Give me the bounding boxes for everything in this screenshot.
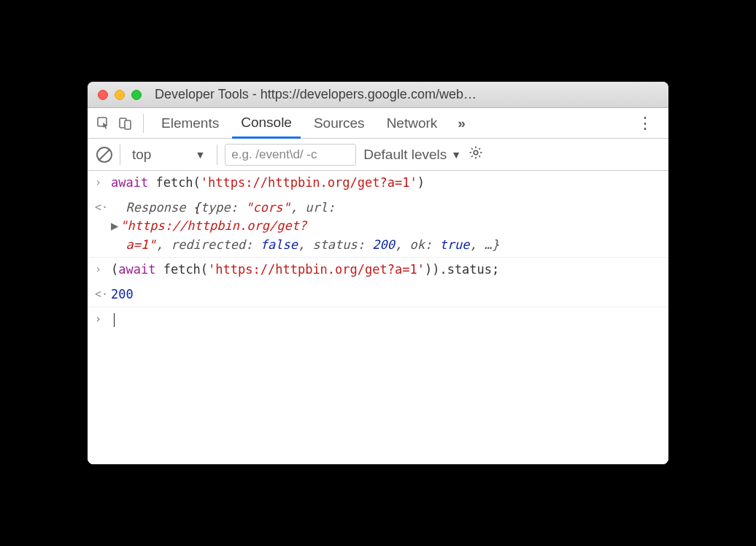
console-input[interactable]: [111, 310, 660, 329]
expand-triangle-icon[interactable]: ▶: [111, 218, 118, 233]
divider: [143, 114, 144, 133]
console-result: 200: [111, 285, 660, 304]
cursor: [114, 313, 115, 327]
svg-point-3: [474, 150, 478, 155]
filter-input[interactable]: [225, 144, 356, 166]
console-prompt-row[interactable]: ›: [88, 307, 668, 332]
chevron-down-icon: ▼: [451, 149, 461, 161]
divider: [217, 145, 217, 165]
console-command: await fetch('https://httpbin.org/get?a=1…: [111, 174, 660, 193]
settings-menu-icon[interactable]: ⋮: [630, 114, 661, 133]
tab-network[interactable]: Network: [378, 108, 447, 138]
levels-label: Default levels: [363, 147, 447, 163]
log-levels-selector[interactable]: Default levels ▼: [363, 147, 461, 163]
inspect-element-icon[interactable]: [95, 115, 112, 132]
traffic-lights: [98, 90, 142, 100]
console-command: (await fetch('https://httpbin.org/get?a=…: [111, 261, 660, 280]
close-icon[interactable]: [98, 90, 108, 100]
prompt-icon: ›: [95, 261, 111, 278]
svg-line-8: [471, 148, 473, 150]
chevron-down-icon: ▼: [195, 149, 205, 161]
gear-icon[interactable]: [468, 145, 483, 164]
svg-rect-2: [125, 120, 131, 129]
zoom-icon[interactable]: [131, 90, 142, 100]
tab-sources[interactable]: Sources: [305, 108, 374, 138]
console-input-row: › await fetch('https://httpbin.org/get?a…: [88, 171, 668, 196]
console-input-row: › (await fetch('https://httpbin.org/get?…: [88, 258, 668, 282]
tab-elements[interactable]: Elements: [153, 108, 228, 138]
svg-line-10: [471, 155, 473, 157]
tabs-overflow[interactable]: »: [450, 115, 473, 131]
tab-bar: Elements Console Sources Network » ⋮: [88, 108, 668, 139]
minimize-icon[interactable]: [115, 90, 125, 100]
tab-console[interactable]: Console: [232, 109, 301, 139]
svg-line-11: [479, 148, 480, 150]
console-result-row: <· Response {type: "cors", url: ▶"https:…: [88, 196, 668, 258]
prompt-icon: ›: [95, 310, 111, 328]
divider: [120, 145, 120, 165]
console-result[interactable]: Response {type: "cors", url: ▶"https://h…: [111, 199, 660, 255]
return-icon: <·: [95, 285, 111, 303]
return-icon: <·: [95, 199, 111, 216]
devtools-window: Developer Tools - https://developers.goo…: [88, 82, 668, 464]
context-label: top: [132, 147, 151, 163]
device-toolbar-icon[interactable]: [117, 115, 134, 132]
console-result-row: <· 200: [88, 282, 668, 308]
console-toolbar: top ▼ Default levels ▼: [88, 139, 668, 171]
console-output[interactable]: › await fetch('https://httpbin.org/get?a…: [88, 171, 668, 464]
context-selector[interactable]: top ▼: [128, 147, 209, 163]
prompt-icon: ›: [95, 174, 111, 191]
clear-console-icon[interactable]: [96, 147, 112, 163]
svg-line-9: [479, 155, 480, 157]
window-title: Developer Tools - https://developers.goo…: [155, 87, 658, 102]
titlebar: Developer Tools - https://developers.goo…: [88, 82, 668, 108]
